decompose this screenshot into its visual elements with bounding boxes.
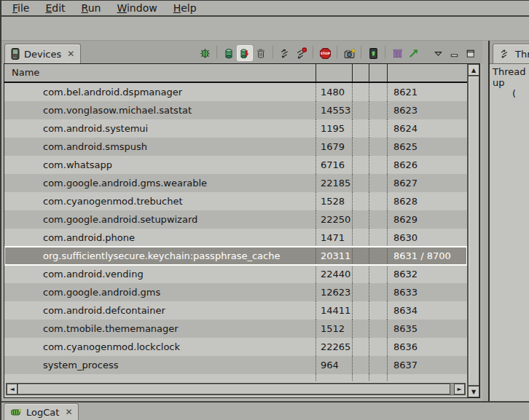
update-heap-icon[interactable] bbox=[222, 46, 236, 60]
cell-port: 8630 bbox=[387, 229, 467, 247]
cell-pid: 12623 bbox=[316, 283, 352, 301]
table-scrollzone: Name com.bel.android.dspmanager 1480 862… bbox=[4, 64, 467, 381]
table-filler bbox=[4, 374, 467, 381]
horizontal-scroll-thumb[interactable] bbox=[17, 384, 450, 395]
table-row[interactable]: com.vonglasow.michael.satstat 14553 8623 bbox=[4, 101, 467, 119]
table-header[interactable]: Name bbox=[4, 64, 467, 83]
cell-port: 8637 bbox=[387, 356, 467, 374]
logcat-icon bbox=[10, 407, 22, 417]
table-row[interactable]: com.tmobile.thememanager 1512 8635 bbox=[4, 320, 467, 338]
cell-pid: 1512 bbox=[316, 320, 352, 338]
device-screen-icon[interactable] bbox=[366, 46, 380, 60]
table-row[interactable]: com.cyanogenmod.trebuchet 1528 8628 bbox=[4, 192, 467, 210]
table-row[interactable]: com.google.android.gms 12623 8633 bbox=[4, 283, 467, 301]
scroll-left-icon[interactable]: ◄ bbox=[7, 384, 17, 395]
vertical-scroll-thumb[interactable] bbox=[468, 76, 479, 386]
menu-run[interactable]: Run bbox=[74, 1, 109, 15]
tab-logcat[interactable]: LogCat ✕ bbox=[4, 403, 79, 420]
horizontal-scrollbar[interactable]: ◄ ► bbox=[6, 383, 466, 395]
column-header-c4[interactable] bbox=[369, 64, 387, 82]
cell-pid: 1480 bbox=[316, 83, 352, 101]
close-icon[interactable]: ✕ bbox=[65, 407, 72, 417]
table-row[interactable]: org.sufficientlysecure.keychain:passphra… bbox=[4, 247, 467, 265]
threads-message-line1: Thread up bbox=[493, 66, 529, 88]
threads-view: Threads Thread up ( bbox=[488, 41, 529, 401]
update-threads-icon[interactable] bbox=[278, 46, 292, 60]
cell-col4 bbox=[369, 301, 387, 320]
menu-window[interactable]: Window bbox=[109, 1, 165, 15]
hscroll-zone: ◄ ► bbox=[4, 381, 467, 397]
menu-edit[interactable]: Edit bbox=[37, 1, 73, 15]
threads-message-line2: ( bbox=[493, 88, 529, 99]
cell-port: 8632 bbox=[387, 265, 467, 283]
cell-col4 bbox=[369, 83, 387, 101]
method-profiling-icon[interactable] bbox=[294, 46, 308, 60]
capture-state-icon[interactable] bbox=[406, 46, 420, 60]
column-header-c3[interactable] bbox=[352, 64, 369, 82]
scroll-right-icon[interactable]: ► bbox=[454, 384, 465, 395]
content-area: Devices ✕ bbox=[1, 41, 529, 401]
table-row[interactable]: com.google.android.gms.wearable 22185 86… bbox=[4, 174, 467, 192]
cell-name: com.android.vending bbox=[4, 265, 316, 283]
tab-threads[interactable]: Threads bbox=[493, 44, 529, 63]
table-row[interactable]: com.bel.android.dspmanager 1480 8621 bbox=[4, 83, 467, 101]
cell-col3 bbox=[352, 338, 369, 356]
table-row[interactable]: com.android.systemui 1195 8624 bbox=[4, 119, 467, 138]
scroll-down-icon[interactable]: ▼ bbox=[468, 386, 479, 397]
gc-trash-icon[interactable] bbox=[254, 46, 268, 60]
table-row[interactable]: com.android.phone 1471 8630 bbox=[4, 229, 467, 247]
table-row[interactable]: com.android.smspush 1679 8625 bbox=[4, 138, 467, 156]
table-row[interactable]: com.google.android.setupwizard 22250 862… bbox=[4, 210, 467, 229]
maximize-icon[interactable] bbox=[463, 46, 477, 60]
cell-port: 8633 bbox=[387, 283, 467, 301]
cell-col4 bbox=[369, 229, 387, 247]
cell-port: 8621 bbox=[387, 83, 467, 101]
panel-sash[interactable] bbox=[482, 41, 488, 401]
column-header-pid[interactable] bbox=[316, 64, 352, 82]
table-row[interactable]: com.android.vending 22440 8632 bbox=[4, 265, 467, 283]
cell-port: 8631 / 8700 bbox=[387, 247, 467, 265]
eclipse-ddms-window: File Edit Run Window Help Devices bbox=[0, 0, 529, 420]
toolbar-separator bbox=[385, 46, 385, 59]
tab-logcat-label: LogCat bbox=[26, 407, 59, 418]
debug-bug-icon[interactable] bbox=[197, 46, 212, 60]
cell-name: com.android.phone bbox=[4, 229, 316, 247]
cell-port: 8624 bbox=[387, 119, 467, 138]
cell-port: 8625 bbox=[387, 138, 467, 156]
minimize-icon[interactable] bbox=[447, 46, 461, 60]
vertical-scrollbar[interactable]: ▲ ▼ bbox=[467, 64, 479, 397]
device-table-body: com.bel.android.dspmanager 1480 8621 com… bbox=[4, 83, 467, 381]
menu-file[interactable]: File bbox=[4, 1, 37, 15]
cell-name: com.google.android.gms.wearable bbox=[4, 174, 316, 192]
view-hierarchy-icon[interactable] bbox=[390, 46, 404, 60]
view-menu-icon[interactable] bbox=[431, 46, 445, 60]
column-header-name[interactable]: Name bbox=[4, 64, 316, 82]
cell-col3 bbox=[352, 229, 369, 247]
close-icon[interactable]: ✕ bbox=[67, 49, 74, 59]
toolbar-separator bbox=[273, 46, 273, 59]
cell-pid: 22440 bbox=[316, 265, 352, 283]
stop-process-icon[interactable]: STOP bbox=[318, 46, 332, 60]
scroll-up-icon[interactable]: ▲ bbox=[468, 64, 479, 76]
tab-threads-label: Threads bbox=[515, 49, 529, 60]
table-row[interactable]: com.cyanogenmod.lockclock 22265 8636 bbox=[4, 338, 467, 356]
column-header-port[interactable] bbox=[387, 64, 467, 82]
tab-devices-label: Devices bbox=[24, 49, 61, 60]
dump-hprof-icon[interactable] bbox=[238, 46, 252, 60]
table-row[interactable]: com.whatsapp 6716 8626 bbox=[4, 156, 467, 174]
cell-col3 bbox=[352, 356, 369, 374]
cell-col3 bbox=[352, 283, 369, 301]
tab-devices[interactable]: Devices ✕ bbox=[4, 44, 81, 63]
cell-port: 8634 bbox=[387, 301, 467, 320]
cell-col4 bbox=[369, 138, 387, 156]
screen-capture-icon[interactable] bbox=[342, 46, 356, 60]
cell-pid: 14553 bbox=[316, 101, 352, 119]
cell-col3 bbox=[352, 101, 369, 119]
svg-text:STOP: STOP bbox=[320, 52, 330, 55]
table-row[interactable]: com.android.defcontainer 14411 8634 bbox=[4, 301, 467, 320]
cell-col4 bbox=[369, 101, 387, 119]
menu-help[interactable]: Help bbox=[165, 1, 205, 15]
cell-pid: 1195 bbox=[316, 119, 352, 138]
threads-icon bbox=[499, 48, 511, 60]
table-row[interactable]: system_process 964 8637 bbox=[4, 356, 467, 374]
